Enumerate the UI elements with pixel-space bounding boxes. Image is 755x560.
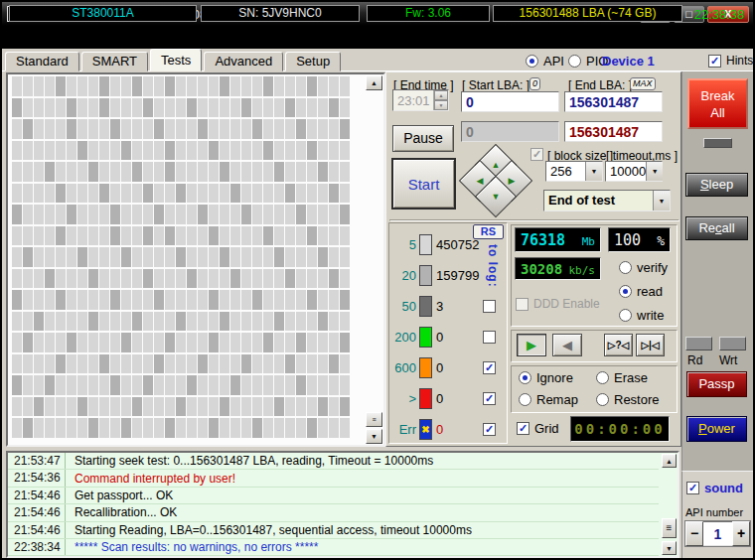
- map-block[interactable]: [77, 162, 87, 182]
- map-block[interactable]: [241, 205, 251, 224]
- map-block[interactable]: [99, 119, 109, 139]
- map-block[interactable]: [143, 141, 153, 161]
- map-block[interactable]: [121, 375, 131, 395]
- map-block[interactable]: [198, 98, 208, 118]
- map-block[interactable]: [263, 290, 273, 310]
- map-block[interactable]: [318, 269, 328, 289]
- tab-smart[interactable]: SMART: [81, 52, 148, 71]
- map-block[interactable]: [99, 269, 109, 289]
- map-block[interactable]: [99, 397, 109, 417]
- map-block[interactable]: [12, 333, 22, 352]
- map-block[interactable]: [176, 333, 186, 352]
- map-block[interactable]: [198, 76, 208, 96]
- map-block[interactable]: [296, 375, 306, 395]
- ignore-radio[interactable]: [519, 371, 531, 384]
- map-block[interactable]: [318, 98, 328, 118]
- map-block[interactable]: [230, 418, 240, 438]
- map-block[interactable]: [274, 76, 284, 96]
- map-block[interactable]: [34, 418, 44, 438]
- after-action-select[interactable]: End of test ▼: [543, 190, 671, 211]
- map-block[interactable]: [329, 98, 339, 118]
- map-block[interactable]: [88, 354, 98, 374]
- map-block[interactable]: [296, 290, 306, 310]
- map-block[interactable]: [99, 141, 109, 161]
- map-block[interactable]: [340, 76, 350, 96]
- map-block[interactable]: [296, 333, 306, 352]
- map-block[interactable]: [88, 312, 98, 332]
- map-block[interactable]: [67, 354, 76, 374]
- grid-checkbox-row[interactable]: ✓ Grid: [517, 421, 559, 436]
- map-block[interactable]: [241, 141, 251, 161]
- map-block[interactable]: [23, 312, 33, 332]
- map-block[interactable]: [187, 184, 197, 204]
- map-block[interactable]: [263, 184, 273, 204]
- map-block[interactable]: [132, 184, 142, 204]
- legend-log-checkbox[interactable]: [483, 331, 496, 344]
- map-block[interactable]: [12, 205, 22, 224]
- map-block[interactable]: [198, 418, 208, 438]
- map-block[interactable]: [340, 119, 350, 139]
- map-block[interactable]: [23, 418, 33, 438]
- map-block[interactable]: [263, 312, 273, 332]
- map-block[interactable]: [132, 162, 142, 182]
- map-block[interactable]: [176, 226, 186, 246]
- map-block[interactable]: [307, 397, 317, 417]
- map-block[interactable]: [99, 312, 109, 332]
- map-block[interactable]: [318, 226, 328, 246]
- map-block[interactable]: [23, 205, 33, 224]
- map-block[interactable]: [318, 397, 328, 417]
- map-block[interactable]: [34, 312, 44, 332]
- map-block[interactable]: [154, 162, 164, 182]
- map-block[interactable]: [23, 226, 33, 246]
- map-block[interactable]: [252, 290, 262, 310]
- map-block[interactable]: [165, 269, 175, 289]
- map-block[interactable]: [198, 269, 208, 289]
- map-block[interactable]: [340, 269, 350, 289]
- map-block[interactable]: [241, 312, 251, 332]
- map-block[interactable]: [34, 269, 44, 289]
- map-block[interactable]: [45, 397, 55, 417]
- map-block[interactable]: [99, 375, 109, 395]
- map-block[interactable]: [143, 247, 153, 267]
- map-block[interactable]: [110, 247, 120, 267]
- map-block[interactable]: [230, 354, 240, 374]
- map-block[interactable]: [99, 205, 109, 224]
- map-block[interactable]: [143, 184, 153, 204]
- map-scroll-up-button[interactable]: ▲: [366, 75, 382, 90]
- map-block[interactable]: [285, 98, 295, 118]
- map-block[interactable]: [198, 312, 208, 332]
- map-block[interactable]: [307, 418, 317, 438]
- map-block[interactable]: [23, 184, 33, 204]
- tab-advanced[interactable]: Advanced: [204, 52, 283, 71]
- end-time-spinner[interactable]: 23:01 ▲ ▼: [392, 89, 449, 111]
- map-block[interactable]: [187, 418, 197, 438]
- map-block[interactable]: [220, 119, 229, 139]
- map-block[interactable]: [329, 333, 339, 352]
- map-block[interactable]: [209, 333, 219, 352]
- map-block[interactable]: [45, 247, 55, 267]
- map-block[interactable]: [110, 290, 120, 310]
- map-block[interactable]: [263, 247, 273, 267]
- map-block[interactable]: [274, 375, 284, 395]
- map-block[interactable]: [187, 312, 197, 332]
- map-block[interactable]: [329, 141, 339, 161]
- log-scroll-up-button[interactable]: ▲: [662, 454, 677, 468]
- map-block[interactable]: [198, 333, 208, 352]
- map-block[interactable]: [143, 98, 153, 118]
- map-block[interactable]: [252, 119, 262, 139]
- spin-up-button[interactable]: ▲: [434, 90, 448, 100]
- play-button[interactable]: ▶: [517, 334, 546, 356]
- map-block[interactable]: [307, 333, 317, 352]
- power-button[interactable]: Power: [686, 416, 747, 442]
- map-block[interactable]: [121, 76, 131, 96]
- map-block[interactable]: [209, 141, 219, 161]
- map-block[interactable]: [67, 290, 76, 310]
- map-block[interactable]: [88, 247, 98, 267]
- tab-tests[interactable]: Tests: [150, 49, 202, 71]
- map-block[interactable]: [187, 247, 197, 267]
- map-block[interactable]: [34, 333, 44, 352]
- map-block[interactable]: [23, 247, 33, 267]
- hints-checkbox-row[interactable]: ✓ Hints: [708, 54, 753, 68]
- map-block[interactable]: [77, 226, 87, 246]
- map-block[interactable]: [77, 76, 87, 96]
